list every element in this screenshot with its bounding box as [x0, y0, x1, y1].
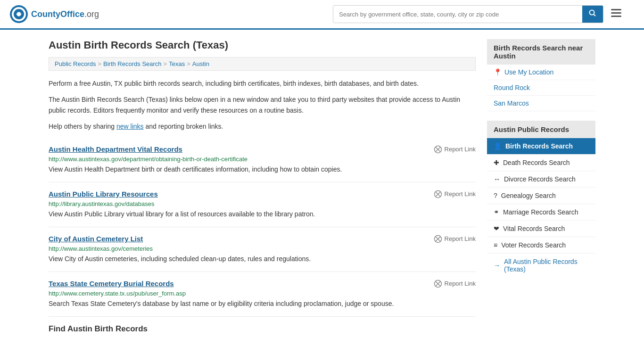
svg-point-4: [590, 10, 594, 15]
search-area: [333, 5, 625, 23]
record-url-0[interactable]: http://www.austintexas.gov/department/ob…: [49, 156, 476, 163]
report-icon-3: [434, 280, 442, 288]
header: CountyOffice.org: [0, 0, 644, 30]
page-title: Austin Birth Records Search (Texas): [49, 39, 476, 51]
sidebar-public-records-title: Austin Public Records: [487, 121, 595, 138]
question-icon: ?: [494, 192, 497, 199]
search-icon: [589, 9, 596, 17]
record-url-2[interactable]: http://www.austintexas.gov/cemeteries: [49, 245, 476, 252]
sidebar-link-divorce-records[interactable]: ↔ Divorce Records Search: [487, 171, 595, 188]
location-pin-icon: 📍: [494, 68, 502, 76]
report-icon-2: [434, 235, 442, 243]
heart-icon: ❤: [494, 225, 499, 232]
new-links-link[interactable]: new links: [116, 123, 144, 130]
sidebar-nearby-box: Birth Records Search near Austin 📍 Use M…: [487, 39, 595, 111]
report-link-btn-2[interactable]: Report Link: [434, 235, 476, 243]
report-link-btn-1[interactable]: Report Link: [434, 190, 476, 198]
records-list: Austin Health Department Vital Records R…: [49, 138, 476, 317]
sidebar-link-birth-records[interactable]: 👤 Birth Records Search: [487, 138, 595, 155]
sidebar-all-records-link[interactable]: → All Austin Public Records (Texas): [487, 254, 595, 277]
person-icon: 👤: [494, 142, 502, 150]
sidebar-city-san-marcos[interactable]: San Marcos: [487, 96, 595, 111]
sidebar-link-voter-records[interactable]: ≡ Voter Records Search: [487, 237, 595, 254]
breadcrumb: Public Records > Birth Records Search > …: [49, 57, 476, 71]
record-url-3[interactable]: http://www.cemetery.state.tx.us/pub/user…: [49, 290, 476, 297]
report-icon-1: [434, 190, 442, 198]
sidebar: Birth Records Search near Austin 📍 Use M…: [487, 39, 595, 334]
breadcrumb-link-public-records[interactable]: Public Records: [55, 60, 96, 67]
svg-rect-7: [611, 12, 621, 14]
svg-point-3: [17, 12, 21, 16]
hamburger-icon: [611, 9, 621, 17]
search-input[interactable]: [333, 6, 582, 23]
svg-rect-8: [611, 16, 621, 17]
report-link-btn-0[interactable]: Report Link: [434, 145, 476, 154]
logo-text[interactable]: CountyOffice.org: [31, 9, 99, 19]
record-title-2[interactable]: City of Austin Cemetery List: [49, 235, 143, 243]
record-item-1: Austin Public Library Resources Report L…: [49, 182, 476, 227]
sidebar-link-genealogy[interactable]: ? Genealogy Search: [487, 188, 595, 204]
sidebar-use-my-location[interactable]: 📍 Use My Location: [487, 65, 595, 80]
logo-icon: [9, 5, 28, 24]
sidebar-city-round-rock[interactable]: Round Rock: [487, 80, 595, 96]
plus-icon: ✚: [494, 159, 499, 166]
sidebar-link-vital-records[interactable]: ❤ Vital Records Search: [487, 221, 595, 237]
record-url-1[interactable]: http://library.austintexas.gov/databases: [49, 200, 476, 207]
record-item-0: Austin Health Department Vital Records R…: [49, 138, 476, 182]
record-title-0[interactable]: Austin Health Department Vital Records: [49, 145, 182, 153]
menu-button[interactable]: [607, 6, 625, 22]
content-wrapper: Austin Birth Records Search (Texas) Publ…: [39, 30, 605, 353]
arrows-icon: ↔: [494, 175, 500, 183]
list-icon: ≡: [494, 241, 497, 249]
sidebar-link-death-records[interactable]: ✚ Death Records Search: [487, 155, 595, 171]
breadcrumb-link-texas[interactable]: Texas: [169, 60, 185, 67]
report-icon-0: [434, 145, 442, 154]
sidebar-link-marriage-records[interactable]: ⚭ Marriage Records Search: [487, 204, 595, 221]
sidebar-nearby-title: Birth Records Search near Austin: [487, 39, 595, 65]
report-link-btn-3[interactable]: Report Link: [434, 280, 476, 288]
search-input-wrapper: [333, 5, 603, 23]
intro-paragraph-2: The Austin Birth Records Search (Texas) …: [49, 94, 476, 115]
search-button[interactable]: [582, 6, 603, 23]
arrow-right-icon: →: [494, 262, 500, 269]
sidebar-public-records-box: Austin Public Records 👤 Birth Records Se…: [487, 121, 595, 277]
record-item-3: Texas State Cemetery Burial Records Repo…: [49, 272, 476, 317]
find-heading: Find Austin Birth Records: [49, 317, 476, 334]
record-desc-3: Search Texas State Cemetery's database b…: [49, 299, 476, 309]
logo-area: CountyOffice.org: [9, 5, 99, 24]
breadcrumb-link-birth-records[interactable]: Birth Records Search: [103, 60, 162, 67]
svg-rect-6: [611, 9, 621, 10]
svg-line-5: [594, 15, 596, 16]
main-content: Austin Birth Records Search (Texas) Publ…: [49, 39, 476, 334]
record-desc-1: View Austin Public Library virtual libra…: [49, 209, 476, 219]
rings-icon: ⚭: [494, 208, 499, 216]
record-desc-0: View Austin Health Department birth or d…: [49, 165, 476, 174]
breadcrumb-link-austin[interactable]: Austin: [192, 60, 209, 67]
record-item-2: City of Austin Cemetery List Report Link…: [49, 227, 476, 272]
intro-paragraph-3: Help others by sharing new links and rep…: [49, 121, 476, 132]
intro-paragraph-1: Perform a free Austin, TX public birth r…: [49, 78, 476, 89]
record-title-1[interactable]: Austin Public Library Resources: [49, 190, 158, 198]
record-desc-2: View City of Austin cemeteries, includin…: [49, 254, 476, 264]
record-title-3[interactable]: Texas State Cemetery Burial Records: [49, 280, 174, 288]
